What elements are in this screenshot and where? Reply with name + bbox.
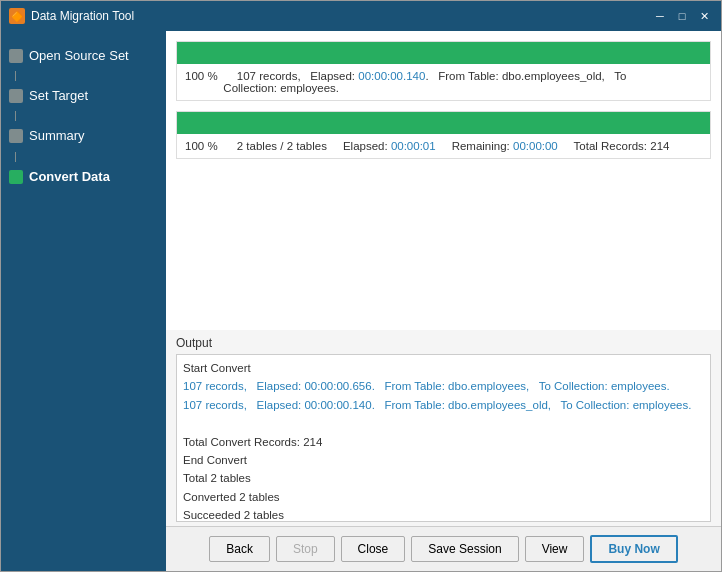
nav-indicator-open-source-set: [9, 49, 23, 63]
output-line-4: Total Convert Records: 214: [183, 433, 704, 451]
sidebar-item-open-source-set[interactable]: Open Source Set: [1, 41, 166, 71]
buy-now-button[interactable]: Buy Now: [590, 535, 677, 563]
progress-remaining-val: 00:00:00: [513, 140, 558, 152]
app-icon: 🔶: [9, 8, 25, 24]
output-line-2: 107 records, Elapsed: 00:00:00.140. From…: [183, 396, 704, 414]
progress-total: Total Records: 214: [574, 140, 670, 152]
footer-buttons: Back Stop Close Save Session View Buy No…: [166, 526, 721, 571]
minimize-button[interactable]: ─: [651, 7, 669, 25]
progress-bar-container-1: [177, 42, 710, 64]
progress-bar-fill-1: [177, 42, 710, 64]
close-button[interactable]: ✕: [695, 7, 713, 25]
output-section: Output Start Convert 107 records, Elapse…: [166, 330, 721, 526]
title-bar-left: 🔶 Data Migration Tool: [9, 8, 134, 24]
title-controls: ─ □ ✕: [651, 7, 713, 25]
progress-pct-1: 100 %: [185, 70, 218, 82]
sidebar-item-convert-data[interactable]: Convert Data: [1, 162, 166, 192]
maximize-button[interactable]: □: [673, 7, 691, 25]
progress-text-1: 107 records, Elapsed: 00:00:00.140. From…: [185, 70, 626, 94]
progress-block-1: 100 % 107 records, Elapsed: 00:00:00.140…: [176, 41, 711, 101]
main-content: 100 % 107 records, Elapsed: 00:00:00.140…: [166, 31, 721, 571]
back-button[interactable]: Back: [209, 536, 270, 562]
sidebar-label-set-target: Set Target: [29, 87, 88, 105]
progress-info-1: 100 % 107 records, Elapsed: 00:00:00.140…: [177, 64, 710, 100]
progress-section: 100 % 107 records, Elapsed: 00:00:00.140…: [166, 31, 721, 330]
output-line-5: End Convert: [183, 451, 704, 469]
progress-pct-2: 100 %: [185, 140, 218, 152]
output-line-1: 107 records, Elapsed: 00:00:00.656. From…: [183, 377, 704, 395]
stop-button: Stop: [276, 536, 335, 562]
sidebar-label-summary: Summary: [29, 127, 85, 145]
nav-connector-2: [15, 111, 16, 121]
progress-bar-fill-2: [177, 112, 710, 134]
save-session-button[interactable]: Save Session: [411, 536, 518, 562]
nav-connector-3: [15, 152, 16, 162]
sidebar-item-summary[interactable]: Summary: [1, 121, 166, 151]
progress-remaining-label: Remaining:: [452, 140, 513, 152]
output-line-6: Total 2 tables: [183, 469, 704, 487]
nav-indicator-summary: [9, 129, 23, 143]
elapsed-time-1: 00:00:00.140: [358, 70, 425, 82]
output-box[interactable]: Start Convert 107 records, Elapsed: 00:0…: [176, 354, 711, 522]
output-line-3: [183, 414, 704, 432]
sidebar-item-set-target[interactable]: Set Target: [1, 81, 166, 111]
content-area: Open Source Set Set Target Summary Conve…: [1, 31, 721, 571]
output-line-7: Converted 2 tables: [183, 488, 704, 506]
progress-tables: 2 tables / 2 tables: [237, 140, 327, 152]
sidebar-label-convert-data: Convert Data: [29, 168, 110, 186]
progress-bar-container-2: [177, 112, 710, 134]
progress-elapsed-label: Elapsed:: [343, 140, 391, 152]
nav-connector-1: [15, 71, 16, 81]
nav-indicator-set-target: [9, 89, 23, 103]
progress-block-2: 100 % 2 tables / 2 tables Elapsed: 00:00…: [176, 111, 711, 159]
view-button[interactable]: View: [525, 536, 585, 562]
output-line-0: Start Convert: [183, 359, 704, 377]
sidebar: Open Source Set Set Target Summary Conve…: [1, 31, 166, 571]
output-label: Output: [176, 336, 711, 350]
title-bar: 🔶 Data Migration Tool ─ □ ✕: [1, 1, 721, 31]
nav-indicator-convert-data: [9, 170, 23, 184]
output-line-8: Succeeded 2 tables: [183, 506, 704, 522]
main-window: 🔶 Data Migration Tool ─ □ ✕ Open Source …: [0, 0, 722, 572]
sidebar-label-open-source-set: Open Source Set: [29, 47, 129, 65]
close-button-footer[interactable]: Close: [341, 536, 406, 562]
window-title: Data Migration Tool: [31, 9, 134, 23]
progress-elapsed-val: 00:00:01: [391, 140, 436, 152]
progress-info-2: 100 % 2 tables / 2 tables Elapsed: 00:00…: [177, 134, 710, 158]
